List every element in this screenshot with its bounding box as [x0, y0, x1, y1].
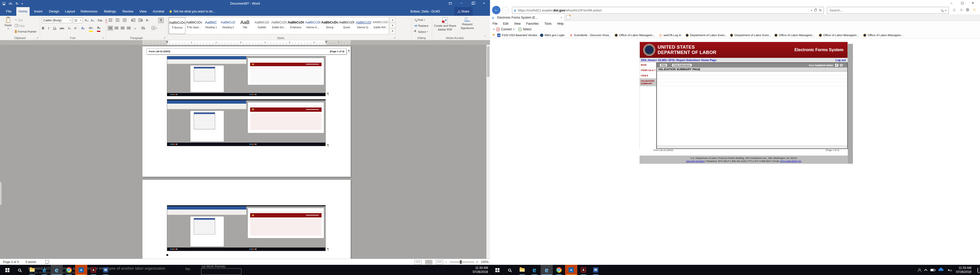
new-tab-button[interactable]	[566, 15, 570, 20]
taskbar-outlook[interactable]: o	[565, 265, 577, 275]
favorite-maxgov[interactable]: MAX.gov Login	[540, 32, 565, 38]
shrink-font-button[interactable]: A▼	[91, 18, 94, 24]
taskbar-acrobat[interactable]: A	[87, 265, 100, 275]
sort-button[interactable]: A↓	[146, 18, 149, 23]
style-heading1[interactable]: AaBbCHeading 1	[203, 17, 220, 34]
font-dialog-launcher-icon[interactable]	[102, 37, 104, 38]
create-share-pdf-button[interactable]: Create and ShareAdobe PDF	[434, 17, 456, 31]
styles-scroll-up-icon[interactable]: ▲	[390, 17, 396, 23]
taskbar-clock[interactable]: 11:33 AM07/26/2019	[951, 266, 971, 274]
proofing-status-icon[interactable]: ✓	[45, 260, 49, 264]
borders-button[interactable]	[151, 26, 155, 30]
numbering-button[interactable]	[116, 19, 119, 22]
taskbar-chrome[interactable]	[553, 265, 565, 275]
borders-caret-icon[interactable]: ▾	[156, 26, 157, 31]
favorite-eventbrite[interactable]: eEventbrite - Discover Grea...	[570, 32, 611, 38]
font-color-button[interactable]: A▾	[97, 25, 100, 32]
shading-button[interactable]: ▾	[142, 26, 145, 31]
convert-button[interactable]: Convert	[501, 27, 512, 31]
refresh-icon[interactable]: ↻	[819, 8, 822, 12]
paste-button[interactable]: Paste ▾	[3, 17, 14, 30]
bullets-button[interactable]	[108, 19, 112, 22]
request-signatures-button[interactable]: RequestSignatures	[458, 17, 477, 30]
breadcrumb-home-page[interactable]: Home Page	[701, 58, 716, 62]
command-close-icon[interactable]: ✕	[493, 27, 495, 31]
next-page-button[interactable]: >	[839, 63, 843, 67]
add-favorite-star-icon[interactable]: ★	[492, 33, 495, 37]
forward-button[interactable]: →	[502, 6, 509, 14]
footer-email-link[interactable]: olms-public@dol.gov	[780, 160, 801, 163]
select-button[interactable]: Select▾	[414, 30, 428, 33]
zoom-level[interactable]: 100%	[481, 259, 489, 265]
ie-close-button[interactable]: ×	[968, 0, 978, 6]
tell-me-box[interactable]: Tell me what you want to do...	[169, 7, 215, 16]
taskbar-word[interactable]: W	[100, 265, 112, 275]
breadcrumb-dol-home[interactable]: DOL Home	[641, 58, 655, 62]
image-resize-handle[interactable]	[166, 254, 168, 256]
embedded-screenshot-2[interactable]	[167, 99, 326, 146]
font-size-combobox[interactable]: 11▾	[73, 17, 83, 23]
align-center-button[interactable]	[115, 27, 118, 30]
tab-home[interactable]: Home	[16, 7, 30, 16]
style-intense-quote[interactable]: AaBbCcDtIntense Q...	[355, 17, 372, 34]
print-button[interactable]: Print	[659, 63, 667, 67]
menu-favorites[interactable]: Favorites	[526, 22, 539, 25]
action-center-icon[interactable]	[977, 268, 978, 273]
page-count-status[interactable]: Page 3 of 3	[3, 259, 19, 265]
decrease-indent-icon[interactable]	[132, 19, 135, 22]
menu-file[interactable]: File	[493, 22, 497, 25]
search-box[interactable]: ▾	[827, 7, 949, 14]
tab-layout[interactable]: Layout	[63, 7, 76, 16]
style-normal[interactable]: AaBbCcDc¶ Normal	[169, 17, 186, 34]
favorite-fssi-os3[interactable]: os3FSSI OS3 Awarded Vendor...	[497, 32, 539, 38]
zoom-slider-track[interactable]	[450, 262, 474, 262]
change-case-button[interactable]: Aa▾	[97, 18, 102, 24]
footer-olms-link[interactable]: www.dol.gov/olms	[686, 160, 704, 163]
favorite-webta[interactable]: webTA Log In	[659, 32, 681, 38]
style-subtle-emphasis[interactable]: AaBbCcDtSubtle Em...	[270, 17, 287, 34]
horizontal-ruler[interactable]: 1 2 3 4 5 6 7	[0, 40, 490, 45]
zoom-in-button[interactable]: +	[476, 259, 478, 265]
favorite-olms-4[interactable]: Office of Labor-Managem...	[863, 32, 904, 38]
taskbar-acrobat[interactable]: A	[577, 265, 590, 275]
search-input[interactable]	[829, 8, 939, 12]
style-subtitle[interactable]: AaBbCcDSubtitle	[253, 17, 270, 34]
taskbar-word[interactable]: W	[590, 265, 602, 275]
style-quote[interactable]: AaBbCcDtQuote	[338, 17, 355, 34]
style-strong[interactable]: AaBbCcDcStrong	[321, 17, 338, 34]
tab-close-icon[interactable]: ×	[560, 16, 562, 19]
scrollbar-thumb[interactable]	[487, 46, 490, 77]
home-icon[interactable]: ⌂	[953, 7, 956, 12]
start-button[interactable]	[1, 265, 13, 275]
people-icon[interactable]	[918, 269, 921, 272]
breadcrumb-efs[interactable]: EFS	[668, 58, 674, 62]
tab-acrobat[interactable]: Acrobat	[151, 7, 166, 16]
clear-formatting-button[interactable]: A	[105, 18, 107, 23]
align-right-button[interactable]	[121, 27, 124, 30]
tray-chevron-up-icon[interactable]	[924, 269, 928, 272]
collapse-ribbon-icon[interactable]: ^	[484, 34, 486, 39]
taskbar-internet-explorer[interactable]: e	[541, 265, 553, 275]
web-layout-button[interactable]	[436, 260, 443, 264]
taskbar-chrome[interactable]	[63, 265, 75, 275]
tab-references[interactable]: References	[79, 7, 100, 16]
ie-minimize-button[interactable]: −	[946, 0, 956, 6]
restore-button[interactable]	[467, 0, 478, 7]
print-layout-button[interactable]	[425, 260, 432, 264]
embedded-screenshot-3[interactable]	[167, 205, 326, 251]
taskbar-edge[interactable]: e	[528, 265, 541, 275]
taskbar-file-explorer[interactable]	[516, 265, 528, 275]
clipboard-dialog-launcher-icon[interactable]	[36, 37, 38, 38]
format-painter-button[interactable]: Format Painter	[15, 30, 37, 33]
logout-link[interactable]: Log out	[835, 58, 846, 62]
tab-file[interactable]: File	[3, 7, 14, 16]
onedrive-cloud-icon[interactable]	[939, 269, 943, 271]
style-no-spacing[interactable]: AaBbCcDc¶ No Spac...	[186, 17, 202, 34]
style-subtle-reference[interactable]: AABBCCDDSubtle Ref...	[372, 17, 389, 34]
style-intense-emphasis[interactable]: AaBbCcDtIntense E...	[304, 17, 321, 34]
address-caret-icon[interactable]: ▾	[811, 9, 812, 12]
subscript-button[interactable]: X₂	[68, 26, 71, 31]
tab-mailings[interactable]: Mailings	[102, 7, 118, 16]
tab-review[interactable]: Review	[121, 7, 135, 16]
strikethrough-button[interactable]: abc	[60, 26, 64, 31]
